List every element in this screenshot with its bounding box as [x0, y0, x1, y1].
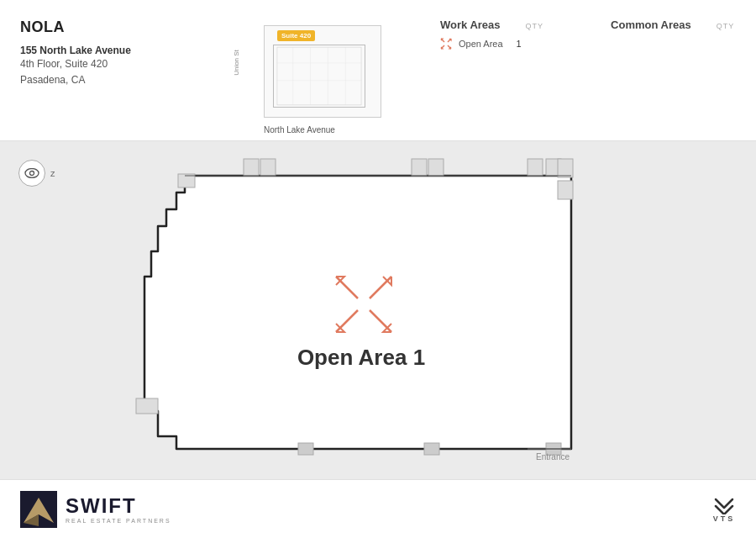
vts-logo: VTS [712, 496, 736, 523]
svg-rect-0 [277, 47, 361, 105]
common-areas-section: Common Areas QTY [611, 18, 734, 31]
svg-rect-24 [136, 398, 158, 414]
mini-map-container: Union St Suite 420 Nor [239, 17, 390, 134]
swift-company-sub: REAL ESTATE PARTNERS [66, 518, 171, 524]
swift-company-name: SWIFT [66, 494, 171, 518]
svg-rect-15 [412, 159, 427, 176]
svg-rect-21 [298, 443, 313, 455]
open-area-label: Open Area [459, 39, 503, 49]
svg-rect-17 [528, 159, 543, 176]
common-areas-qty-label: QTY [717, 22, 735, 30]
property-name: NOLA [20, 18, 205, 36]
floorplan-wrapper: Entrance Open Area 1 [0, 141, 756, 479]
main-floorplan-area: z [0, 141, 756, 479]
svg-rect-19 [558, 159, 573, 177]
svg-rect-13 [244, 159, 259, 176]
property-floor: 4th Floor, Suite 420 [20, 56, 205, 72]
work-areas-qty-label: QTY [526, 22, 544, 30]
mini-map-lines [273, 45, 365, 108]
open-area-qty: 1 [517, 39, 522, 49]
swift-logo-text: SWIFT REAL ESTATE PARTNERS [66, 494, 171, 524]
mini-map: Suite 420 [264, 25, 381, 118]
svg-point-11 [25, 169, 39, 178]
svg-rect-14 [260, 159, 276, 176]
swift-logo: SWIFT REAL ESTATE PARTNERS [20, 491, 171, 528]
footer: SWIFT REAL ESTATE PARTNERS VTS [0, 479, 756, 538]
property-city: Pasadena, CA [20, 72, 205, 88]
work-area-item: Open Area 1 [440, 38, 543, 50]
zoom-label: z [50, 168, 55, 178]
open-area-icon [440, 38, 452, 50]
svg-text:Open Area 1: Open Area 1 [297, 345, 425, 370]
north-lake-avenue-label: North Lake Avenue [264, 125, 335, 134]
suite-label: Suite 420 [277, 30, 315, 41]
work-areas-title: Work Areas [440, 18, 501, 31]
zoom-button[interactable] [18, 160, 45, 187]
vts-icon [712, 496, 736, 513]
property-info: NOLA 155 North Lake Avenue 4th Floor, Su… [20, 15, 205, 88]
svg-rect-16 [428, 159, 444, 176]
svg-rect-22 [424, 443, 439, 455]
svg-text:Entrance: Entrance [536, 452, 570, 462]
svg-rect-20 [558, 181, 573, 199]
property-address: 155 North Lake Avenue [20, 45, 205, 56]
header: NOLA 155 North Lake Avenue 4th Floor, Su… [0, 0, 756, 141]
vts-label: VTS [713, 514, 736, 523]
svg-point-12 [30, 171, 34, 176]
swift-logo-icon [20, 491, 57, 528]
zoom-control: z [18, 160, 55, 187]
common-areas-title: Common Areas [611, 18, 691, 31]
union-st-label: Union St [233, 50, 240, 76]
work-areas-section: Work Areas QTY Open Area 1 [440, 18, 543, 50]
floorplan-svg: Entrance Open Area 1 [134, 150, 622, 470]
